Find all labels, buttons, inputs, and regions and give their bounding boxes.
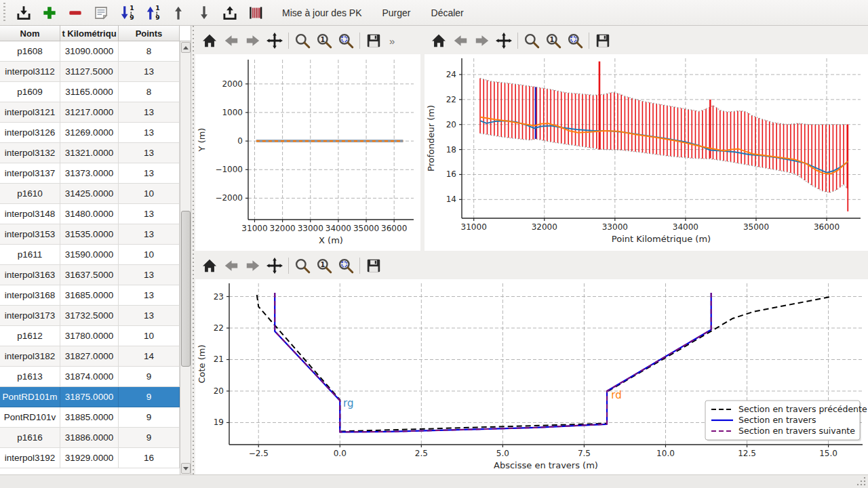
zoom-one-button[interactable]: 1 — [314, 256, 334, 276]
toolbar-overflow-button[interactable]: » — [385, 35, 398, 47]
scroll-up-button[interactable] — [181, 42, 191, 53]
table-cell: 31269.0000 — [60, 123, 119, 142]
section-plot-canvas[interactable]: −2.50.02.55.07.510.012.515.01920212223Ab… — [195, 279, 868, 474]
zoom-one-button[interactable]: 1 — [543, 30, 564, 51]
pan-button[interactable] — [264, 30, 285, 51]
table-row[interactable]: interpol313731373.000013 — [0, 163, 180, 184]
zoom-one-button[interactable]: 1 — [314, 30, 334, 51]
table-row[interactable]: PontRD101m31875.00009 — [0, 387, 180, 407]
table-row[interactable]: p161231780.000010 — [0, 326, 180, 346]
table-row[interactable]: p161031425.000010 — [0, 184, 180, 204]
zoom-button[interactable] — [292, 30, 313, 51]
zoom-button[interactable] — [521, 30, 542, 51]
export-button[interactable] — [218, 2, 241, 24]
table-row[interactable]: interpol312131217.000013 — [0, 102, 180, 123]
svg-text:36000: 36000 — [381, 224, 407, 233]
table-cell: p1616 — [0, 428, 60, 447]
back-icon — [452, 32, 469, 49]
zoom-rect-button[interactable] — [336, 256, 356, 276]
add-button[interactable] — [38, 2, 61, 24]
plot1-toolbar: 1» — [199, 28, 398, 53]
svg-text:20: 20 — [214, 386, 224, 396]
column-header-points[interactable]: Points — [119, 26, 180, 41]
back-button[interactable] — [221, 30, 241, 51]
table-row[interactable]: interpol318231827.000014 — [0, 346, 180, 367]
home-button[interactable] — [429, 30, 449, 51]
plot3-toolbar: 1 — [199, 253, 384, 278]
save-button[interactable] — [363, 30, 384, 51]
svg-text:1000: 1000 — [222, 108, 243, 117]
table-row[interactable]: p161331874.00009 — [0, 367, 180, 387]
resize-grip-icon[interactable] — [857, 477, 866, 486]
trace-plot-canvas[interactable]: 310003200033000340003500036000−2000−1000… — [195, 54, 420, 251]
pan-button[interactable] — [264, 256, 285, 276]
sort-descending-button[interactable]: 1 9 — [115, 2, 138, 24]
zoom-rect-icon — [566, 32, 584, 49]
sort-ascending-button[interactable]: 1 9 — [141, 2, 164, 24]
table-row[interactable]: p161631886.00009 — [0, 428, 180, 448]
table-row[interactable]: interpol311231127.500013 — [0, 62, 180, 82]
import-button[interactable] — [12, 2, 35, 24]
table-cell: 9 — [119, 387, 180, 407]
scroll-down-icon — [183, 467, 189, 470]
save-button[interactable] — [363, 256, 384, 276]
notes-button[interactable] — [90, 2, 113, 24]
table-row[interactable]: interpol317331732.500013 — [0, 306, 180, 326]
table-row[interactable]: p160931165.00008 — [0, 82, 180, 102]
forward-button[interactable] — [472, 30, 492, 51]
table-row[interactable]: interpol313231321.000013 — [0, 143, 180, 163]
svg-text:Cote (m): Cote (m) — [197, 344, 207, 383]
purge-button[interactable]: Purger — [376, 3, 418, 22]
update-pk-button[interactable]: Mise à jour des PK — [275, 3, 369, 22]
table-cell: 31480.0000 — [60, 204, 119, 224]
toolbar-grip[interactable] — [1, 3, 8, 23]
toolbar-separator — [359, 258, 360, 274]
sections-button[interactable] — [244, 2, 267, 24]
table-row[interactable]: p160831090.00008 — [0, 41, 180, 62]
scroll-down-button[interactable] — [181, 463, 191, 474]
zoom-one-icon: 1 — [545, 32, 562, 49]
table-cell: p1613 — [0, 367, 60, 386]
table-cell: 31780.0000 — [60, 326, 119, 346]
profil-plot-canvas[interactable]: 3100032000330003400035000360001416182022… — [425, 54, 868, 251]
forward-button[interactable] — [243, 256, 263, 276]
svg-text:5.0: 5.0 — [496, 449, 509, 458]
table-cell: 13 — [119, 62, 180, 81]
save-button[interactable] — [593, 30, 613, 51]
table-row[interactable]: interpol314831480.000013 — [0, 204, 180, 224]
table-scrollbar[interactable] — [180, 41, 191, 474]
table-row[interactable]: interpol316331637.500013 — [0, 265, 180, 285]
move-up-button[interactable] — [167, 2, 190, 24]
move-down-button[interactable] — [193, 2, 216, 24]
table-row[interactable]: interpol312631269.000013 — [0, 123, 180, 143]
table-row[interactable]: interpol315331535.000013 — [0, 224, 180, 245]
remove-button[interactable] — [64, 2, 87, 24]
column-header-nom[interactable]: Nom — [0, 26, 60, 41]
table-row[interactable]: interpol319231929.000016 — [0, 448, 180, 468]
table-row[interactable]: PontRD101v31885.00009 — [0, 407, 180, 428]
zoom-rect-button[interactable] — [565, 30, 585, 51]
svg-text:rg: rg — [343, 397, 353, 409]
home-button[interactable] — [199, 30, 220, 51]
forward-icon — [244, 32, 262, 49]
table-cell: 31373.0000 — [60, 163, 119, 183]
back-button[interactable] — [221, 256, 241, 276]
zoom-rect-button[interactable] — [336, 30, 356, 51]
home-button[interactable] — [199, 256, 220, 276]
table-row[interactable]: p161131590.000010 — [0, 245, 180, 265]
shift-button[interactable]: Décaler — [425, 3, 471, 22]
table-cell: 16 — [119, 448, 180, 468]
table-cell: 31827.0000 — [60, 346, 119, 366]
svg-text:15.0: 15.0 — [819, 449, 837, 458]
scrollbar-thumb[interactable] — [181, 211, 191, 367]
svg-text:Section en travers précédente: Section en travers précédente — [738, 404, 867, 414]
back-button[interactable] — [450, 30, 471, 51]
table-cell: 14 — [119, 346, 180, 366]
zoom-button[interactable] — [292, 256, 313, 276]
column-header-point-kilometrique[interactable]: t Kilométriqu — [60, 26, 119, 41]
pan-button[interactable] — [494, 30, 514, 51]
table-row[interactable]: interpol316831685.000013 — [0, 285, 180, 306]
forward-button[interactable] — [243, 30, 263, 51]
import-icon — [15, 4, 33, 22]
arrow-down-icon — [195, 4, 213, 22]
